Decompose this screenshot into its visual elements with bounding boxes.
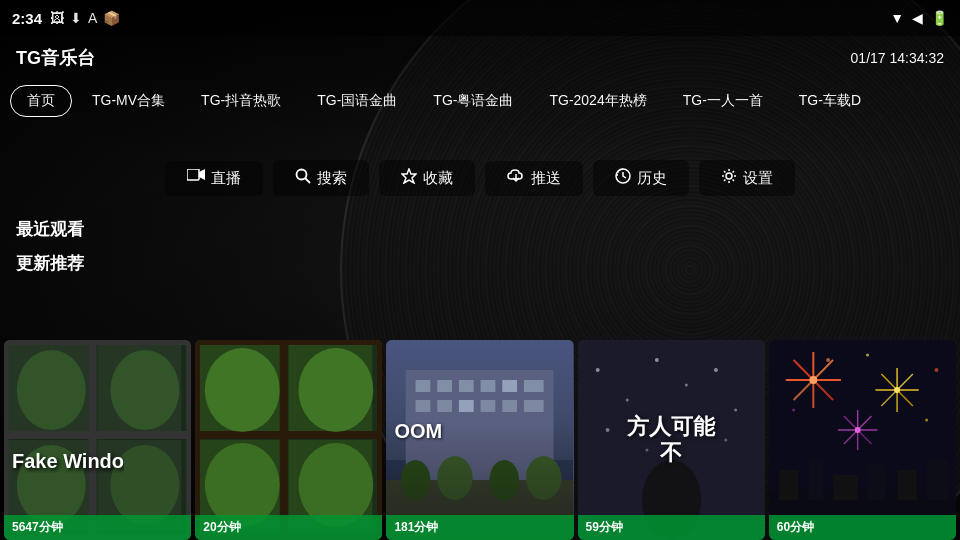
svg-point-55 (654, 358, 658, 362)
card-1-title: Fake Windo (12, 450, 124, 473)
history-button[interactable]: 历史 (593, 160, 689, 196)
nav-tabs: 首页 TG-MV合集 TG-抖音热歌 TG-国语金曲 TG-粤语金曲 TG-20… (0, 80, 960, 122)
card-4[interactable]: 方人可能不 59分钟 (578, 340, 765, 540)
svg-point-56 (685, 384, 688, 387)
svg-rect-94 (779, 470, 799, 500)
svg-rect-38 (481, 380, 496, 392)
card-5-duration: 60分钟 (769, 515, 956, 540)
svg-rect-39 (503, 380, 518, 392)
svg-rect-0 (187, 169, 199, 180)
status-right-icons: ▼ ◀ 🔋 (890, 10, 948, 26)
card-3[interactable]: OOM 181分钟 (386, 340, 573, 540)
tab-car[interactable]: TG-车载D (783, 86, 877, 116)
tab-mandarin[interactable]: TG-国语金曲 (301, 86, 413, 116)
tab-solo[interactable]: TG-一人一首 (667, 86, 779, 116)
svg-rect-41 (416, 400, 431, 412)
svg-rect-97 (867, 465, 885, 500)
section-recent: 最近观看 (16, 218, 84, 241)
search-icon (295, 168, 311, 188)
svg-marker-4 (402, 169, 416, 183)
card-1-image (4, 340, 191, 540)
tab-cantonese[interactable]: TG-粤语金曲 (417, 86, 529, 116)
svg-point-2 (297, 170, 307, 180)
favorite-label: 收藏 (423, 169, 453, 188)
svg-point-50 (490, 460, 520, 500)
svg-rect-45 (503, 400, 518, 412)
star-icon (401, 168, 417, 188)
svg-point-57 (714, 368, 718, 372)
live-icon (187, 169, 205, 187)
wifi-icon: ▼ (890, 10, 904, 26)
tab-douyin[interactable]: TG-抖音热歌 (185, 86, 297, 116)
live-button[interactable]: 直播 (165, 161, 263, 196)
svg-line-3 (306, 179, 311, 184)
status-icons: 🖼 ⬇ A 📦 (50, 10, 120, 26)
live-label: 直播 (211, 169, 241, 188)
svg-rect-43 (459, 400, 474, 412)
app-title: TG音乐台 (16, 46, 95, 70)
favorite-button[interactable]: 收藏 (379, 160, 475, 196)
push-button[interactable]: 推送 (485, 161, 583, 196)
svg-point-54 (625, 399, 628, 402)
svg-rect-99 (926, 460, 948, 500)
text-icon: A (88, 10, 97, 26)
search-label: 搜索 (317, 169, 347, 188)
svg-point-28 (205, 348, 280, 432)
card-3-overlay: OOM (394, 420, 442, 443)
cloud-icon (507, 169, 525, 187)
svg-marker-1 (199, 169, 205, 180)
svg-point-49 (438, 456, 473, 500)
svg-point-104 (866, 354, 869, 357)
card-1-duration: 5647分钟 (4, 515, 191, 540)
battery-icon: 🔋 (931, 10, 948, 26)
svg-rect-40 (524, 380, 544, 392)
card-3-duration: 181分钟 (386, 515, 573, 540)
svg-point-53 (595, 368, 599, 372)
status-bar: 2:34 🖼 ⬇ A 📦 ▼ ◀ 🔋 (0, 0, 960, 36)
svg-rect-35 (416, 380, 431, 392)
tab-home[interactable]: 首页 (10, 85, 72, 117)
svg-rect-96 (833, 475, 858, 500)
signal-icon: ◀ (912, 10, 923, 26)
box-icon: 📦 (103, 10, 120, 26)
action-row: 直播 搜索 收藏 推送 (0, 152, 960, 204)
card-2-image (195, 340, 382, 540)
card-1[interactable]: Fake Windo 5647分钟 (4, 340, 191, 540)
history-label: 历史 (637, 169, 667, 188)
card-2-duration: 20分钟 (195, 515, 382, 540)
svg-point-7 (726, 173, 732, 179)
svg-rect-46 (524, 400, 544, 412)
svg-point-100 (826, 358, 830, 362)
svg-point-102 (792, 409, 795, 412)
svg-point-51 (526, 456, 561, 500)
search-button[interactable]: 搜索 (273, 160, 369, 196)
svg-rect-42 (438, 400, 453, 412)
svg-point-58 (734, 409, 737, 412)
svg-point-62 (724, 439, 727, 442)
tab-2024[interactable]: TG-2024年热榜 (533, 86, 662, 116)
svg-point-74 (809, 376, 817, 384)
svg-point-92 (855, 427, 861, 433)
svg-point-103 (934, 368, 938, 372)
svg-rect-37 (459, 380, 474, 392)
history-icon (615, 168, 631, 188)
svg-point-83 (894, 387, 900, 393)
top-datetime: 01/17 14:34:32 (851, 50, 944, 66)
card-4-overlay: 方人可能不 (624, 414, 718, 467)
card-5[interactable]: 60分钟 (769, 340, 956, 540)
settings-button[interactable]: 设置 (699, 160, 795, 196)
top-bar: TG音乐台 01/17 14:34:32 (0, 36, 960, 80)
card-2[interactable]: 20分钟 (195, 340, 382, 540)
svg-point-29 (299, 348, 374, 432)
tab-mv[interactable]: TG-MV合集 (76, 86, 181, 116)
status-time: 2:34 (12, 10, 42, 27)
svg-point-101 (925, 419, 928, 422)
svg-rect-95 (808, 460, 823, 500)
svg-point-17 (110, 350, 179, 430)
svg-rect-44 (481, 400, 496, 412)
card-5-image (769, 340, 956, 540)
settings-label: 设置 (743, 169, 773, 188)
svg-rect-98 (897, 470, 917, 500)
photo-icon: 🖼 (50, 10, 64, 26)
cards-row: Fake Windo 5647分钟 20分钟 (0, 340, 960, 540)
